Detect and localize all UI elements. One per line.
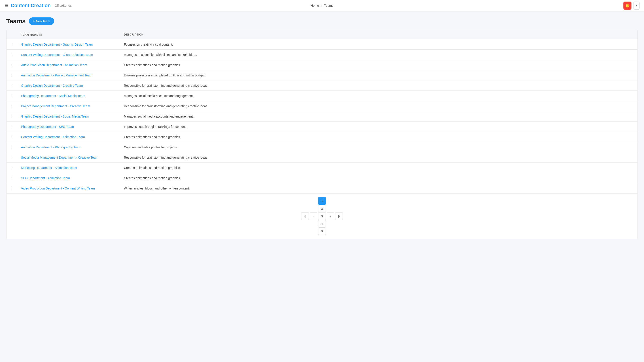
row-menu-11[interactable]: ⋮ xyxy=(6,152,18,163)
row-menu-6[interactable]: ⋮ xyxy=(6,101,18,111)
table-row: ⋮ Content Writing Department - Client Re… xyxy=(6,50,638,60)
row-team-name-8: Photography Department - SEO Team xyxy=(18,122,120,132)
office-series-label: OfficeSeries xyxy=(54,4,72,7)
col-team-label: TEAM NAME xyxy=(21,33,38,36)
team-link-8[interactable]: Photography Department - SEO Team xyxy=(21,125,74,128)
table-row: ⋮ Photography Department - Social Media … xyxy=(6,91,638,101)
row-description-1: Manages relationships with clients and s… xyxy=(120,50,638,60)
header-right: 🔔 ▼ xyxy=(624,1,640,9)
new-team-label: New team xyxy=(36,19,50,23)
row-description-9: Creates animations and motion graphics. xyxy=(120,132,638,142)
row-menu-7[interactable]: ⋮ xyxy=(6,111,18,122)
row-team-name-1: Content Writing Department - Client Rela… xyxy=(18,50,120,60)
row-menu-14[interactable]: ⋮ xyxy=(6,183,18,194)
row-menu-0[interactable]: ⋮ xyxy=(6,39,18,50)
first-page-icon: ⟨| xyxy=(304,215,306,218)
table-row: ⋮ Photography Department - SEO Team Impr… xyxy=(6,122,638,132)
breadcrumb: Home » Teams xyxy=(310,4,334,7)
row-team-name-6: Project Management Department - Creative… xyxy=(18,101,120,111)
row-menu-1[interactable]: ⋮ xyxy=(6,50,18,60)
team-link-10[interactable]: Animation Department - Photography Team xyxy=(21,145,81,149)
team-link-12[interactable]: Marketing Department - Animation Team xyxy=(21,166,77,170)
pagination: ⟨| ‹ 12345 › |⟩ xyxy=(6,193,638,239)
row-menu-5[interactable]: ⋮ xyxy=(6,91,18,101)
breadcrumb-separator: » xyxy=(321,4,322,7)
table-row: ⋮ Marketing Department - Animation Team … xyxy=(6,163,638,173)
next-page-icon: › xyxy=(330,215,331,218)
row-description-12: Creates animations and motion graphics. xyxy=(120,163,638,173)
pagination-page-5-button[interactable]: 5 xyxy=(318,228,326,235)
row-team-name-12: Marketing Department - Animation Team xyxy=(18,163,120,173)
breadcrumb-current: Teams xyxy=(324,4,334,7)
last-page-icon: |⟩ xyxy=(338,215,340,218)
notification-button[interactable]: 🔔 xyxy=(624,1,632,9)
row-team-name-14: Video Production Department - Content Wr… xyxy=(18,183,120,194)
row-team-name-3: Animation Department - Project Managemen… xyxy=(18,70,120,80)
breadcrumb-home[interactable]: Home xyxy=(310,4,319,7)
row-menu-13[interactable]: ⋮ xyxy=(6,173,18,183)
pagination-page-1-button[interactable]: 1 xyxy=(318,197,326,205)
row-team-name-7: Graphic Design Department - Social Media… xyxy=(18,111,120,122)
chevron-down-icon: ▼ xyxy=(635,4,638,7)
row-description-11: Responsible for brainstorming and genera… xyxy=(120,152,638,163)
row-menu-8[interactable]: ⋮ xyxy=(6,122,18,132)
team-link-14[interactable]: Video Production Department - Content Wr… xyxy=(21,187,95,190)
table-row: ⋮ Video Production Department - Content … xyxy=(6,183,638,194)
team-link-4[interactable]: Graphic Design Department - Creative Tea… xyxy=(21,84,83,87)
team-link-3[interactable]: Animation Department - Project Managemen… xyxy=(21,73,92,77)
row-menu-10[interactable]: ⋮ xyxy=(6,142,18,152)
header-left: ☰ Content Creation OfficeSeries xyxy=(4,3,72,8)
table-row: ⋮ Project Management Department - Creati… xyxy=(6,101,638,111)
team-link-11[interactable]: Social Media Management Department - Cre… xyxy=(21,156,98,159)
row-menu-3[interactable]: ⋮ xyxy=(6,70,18,80)
row-team-name-11: Social Media Management Department - Cre… xyxy=(18,152,120,163)
plus-icon: + xyxy=(33,19,35,23)
pagination-prev-button[interactable]: ‹ xyxy=(310,212,317,220)
row-menu-12[interactable]: ⋮ xyxy=(6,163,18,173)
pagination-page-3-button[interactable]: 3 xyxy=(318,212,326,220)
pagination-next-button[interactable]: › xyxy=(327,212,334,220)
team-link-2[interactable]: Audio Production Department - Animation … xyxy=(21,63,87,67)
bell-icon: 🔔 xyxy=(625,3,630,7)
pagination-page-2-button[interactable]: 2 xyxy=(318,205,326,212)
team-link-5[interactable]: Photography Department - Social Media Te… xyxy=(21,94,85,98)
th-description: DESCRIPTION xyxy=(120,30,638,39)
team-link-0[interactable]: Graphic Design Department - Graphic Desi… xyxy=(21,43,92,46)
filter-icon[interactable]: ⊟ xyxy=(39,33,42,36)
row-team-name-13: SEO Department - Animation Team xyxy=(18,173,120,183)
table-row: ⋮ Animation Department - Photography Tea… xyxy=(6,142,638,152)
pagination-first-button[interactable]: ⟨| xyxy=(301,212,309,220)
teams-table-container: TEAM NAME ⊟ DESCRIPTION ⋮ Graphic Design… xyxy=(6,30,638,239)
team-link-9[interactable]: Content Writing Department - Animation T… xyxy=(21,135,85,139)
row-menu-2[interactable]: ⋮ xyxy=(6,60,18,70)
team-link-6[interactable]: Project Management Department - Creative… xyxy=(21,104,90,108)
row-description-13: Creates animations and motion graphics. xyxy=(120,173,638,183)
page-title: Teams xyxy=(6,18,26,25)
new-team-button[interactable]: + New team xyxy=(29,17,54,25)
team-link-1[interactable]: Content Writing Department - Client Rela… xyxy=(21,53,93,56)
team-link-13[interactable]: SEO Department - Animation Team xyxy=(21,176,70,180)
pagination-last-button[interactable]: |⟩ xyxy=(335,212,343,220)
table-row: ⋮ Social Media Management Department - C… xyxy=(6,152,638,163)
team-link-7[interactable]: Graphic Design Department - Social Media… xyxy=(21,115,89,118)
pagination-page-4-button[interactable]: 4 xyxy=(318,220,326,228)
header: ☰ Content Creation OfficeSeries Home » T… xyxy=(0,0,644,11)
table-row: ⋮ Graphic Design Department - Graphic De… xyxy=(6,39,638,50)
row-menu-4[interactable]: ⋮ xyxy=(6,80,18,91)
row-team-name-2: Audio Production Department - Animation … xyxy=(18,60,120,70)
row-team-name-0: Graphic Design Department - Graphic Desi… xyxy=(18,39,120,50)
row-description-7: Manages social media accounts and engage… xyxy=(120,111,638,122)
row-team-name-10: Animation Department - Photography Team xyxy=(18,142,120,152)
table-body: ⋮ Graphic Design Department - Graphic De… xyxy=(6,39,638,194)
table-row: ⋮ Animation Department - Project Managem… xyxy=(6,70,638,80)
table-row: ⋮ Graphic Design Department - Creative T… xyxy=(6,80,638,91)
table-row: ⋮ Graphic Design Department - Social Med… xyxy=(6,111,638,122)
row-description-4: Responsible for brainstorming and genera… xyxy=(120,80,638,91)
th-team-name: TEAM NAME ⊟ xyxy=(18,30,120,39)
header-dropdown-button[interactable]: ▼ xyxy=(633,1,640,9)
row-description-0: Focuses on creating visual content. xyxy=(120,39,638,50)
prev-page-icon: ‹ xyxy=(313,215,314,218)
row-description-6: Responsible for brainstorming and genera… xyxy=(120,101,638,111)
row-menu-9[interactable]: ⋮ xyxy=(6,132,18,142)
hamburger-icon[interactable]: ☰ xyxy=(4,3,8,8)
